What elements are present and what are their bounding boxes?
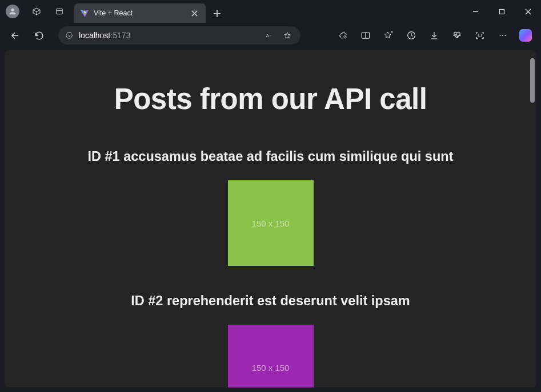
refresh-button[interactable]	[29, 25, 49, 46]
url-text: localhost:5173	[79, 31, 257, 40]
svg-rect-25	[478, 34, 482, 37]
toolbar-right	[332, 25, 536, 46]
svg-text:A: A	[266, 33, 270, 38]
workspaces-icon	[32, 7, 41, 16]
post-title: ID #2 reprehenderit est deserunt velit i…	[27, 293, 514, 309]
maximize-icon	[499, 9, 505, 15]
star-icon	[283, 31, 291, 39]
maximize-button[interactable]	[488, 2, 515, 21]
split-screen-icon	[360, 30, 371, 41]
svg-text:ﮩ: ﮩ	[270, 34, 271, 37]
person-icon	[8, 7, 17, 16]
new-tab-button[interactable]	[208, 5, 226, 23]
split-screen-button[interactable]	[355, 25, 376, 46]
browser-toolbar: localhost:5173 Aﮩ	[0, 23, 541, 48]
tab-title: Vite + React	[94, 9, 133, 17]
history-icon	[406, 30, 416, 41]
address-bar[interactable]: localhost:5173 Aﮩ	[58, 26, 300, 45]
tab-actions-button[interactable]	[49, 1, 70, 22]
window-titlebar: Vite + React	[0, 0, 541, 23]
workspaces-button[interactable]	[26, 1, 47, 22]
post-thumbnail: 150 x 150	[228, 325, 314, 387]
puzzle-icon	[338, 30, 348, 41]
browser-tab[interactable]: Vite + React	[74, 3, 206, 23]
back-button[interactable]	[5, 25, 25, 46]
close-icon	[525, 9, 531, 15]
performance-button[interactable]	[446, 25, 468, 46]
minimize-button[interactable]	[462, 2, 488, 21]
minimize-icon	[472, 9, 479, 15]
heartbeat-icon	[452, 30, 462, 41]
download-icon	[429, 30, 439, 41]
history-button[interactable]	[400, 25, 422, 46]
profile-avatar[interactable]	[6, 5, 19, 18]
page-viewport: Posts from our API call ID #1 accusamus …	[5, 50, 536, 387]
svg-point-27	[502, 35, 503, 36]
post-title: ID #1 accusamus beatae ad facilis cum si…	[27, 149, 514, 164]
url-host: localhost	[79, 31, 110, 40]
site-info-button[interactable]	[64, 30, 74, 41]
url-port: :5173	[110, 31, 130, 40]
favorite-button[interactable]	[280, 28, 295, 43]
svg-marker-16	[284, 33, 291, 38]
downloads-button[interactable]	[423, 25, 445, 46]
vertical-scrollbar[interactable]	[528, 54, 536, 384]
svg-point-26	[499, 35, 500, 36]
favorites-button[interactable]	[378, 25, 399, 46]
window-controls	[462, 2, 541, 21]
screenshot-button[interactable]	[469, 25, 491, 46]
tab-actions-icon	[55, 7, 64, 16]
post-item: ID #2 reprehenderit est deserunt velit i…	[27, 293, 514, 387]
info-icon	[65, 31, 73, 39]
svg-rect-7	[499, 9, 504, 14]
window-close-button[interactable]	[515, 2, 541, 21]
svg-point-28	[504, 35, 506, 36]
copilot-icon	[519, 29, 532, 42]
copilot-button[interactable]	[515, 25, 536, 46]
page-content: Posts from our API call ID #1 accusamus …	[5, 50, 536, 387]
read-aloud-icon: Aﮩ	[265, 31, 273, 39]
svg-point-13	[69, 34, 70, 34]
post-thumbnail: 150 x 150	[228, 180, 314, 266]
viewport-container: Posts from our API call ID #1 accusamus …	[0, 48, 541, 392]
tab-strip: Vite + React	[74, 0, 226, 23]
refresh-icon	[34, 31, 44, 41]
arrow-left-icon	[10, 31, 20, 41]
ellipsis-icon	[498, 30, 508, 41]
more-button[interactable]	[492, 25, 514, 46]
star-plus-icon	[383, 30, 394, 41]
page-heading: Posts from our API call	[27, 82, 514, 116]
post-item: ID #1 accusamus beatae ad facilis cum si…	[27, 149, 514, 266]
read-aloud-button[interactable]: Aﮩ	[262, 28, 276, 43]
titlebar-left	[0, 1, 70, 22]
plus-icon	[213, 10, 221, 18]
tab-close-button[interactable]	[189, 7, 200, 19]
screenshot-icon	[475, 30, 485, 41]
svg-rect-0	[57, 9, 63, 14]
scrollbar-thumb[interactable]	[530, 58, 535, 103]
extensions-button[interactable]	[332, 25, 354, 46]
svg-marker-19	[384, 32, 391, 38]
vite-favicon-icon	[80, 9, 89, 18]
close-icon	[191, 10, 198, 17]
